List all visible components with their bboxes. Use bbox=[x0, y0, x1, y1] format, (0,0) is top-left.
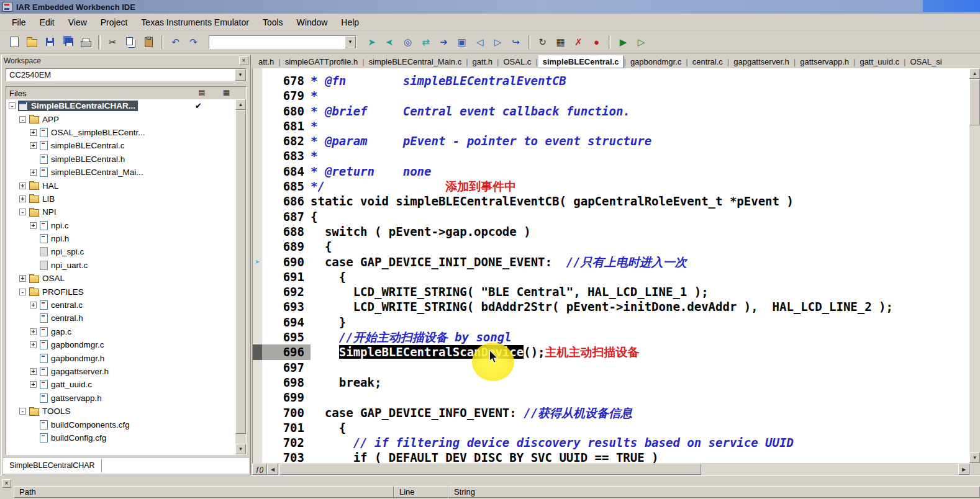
expander-icon[interactable]: + bbox=[19, 196, 26, 202]
expander-icon[interactable]: + bbox=[30, 328, 37, 335]
code-editor[interactable]: 678* @fn simpleBLECentralEventCB679*680*… bbox=[252, 68, 969, 463]
file-tree[interactable]: -SimpleBLECentralCHAR...✔-APP+OSAL_simpl… bbox=[6, 99, 235, 454]
menu-texas-instruments-emulator[interactable]: Texas Instruments Emulator bbox=[134, 15, 256, 30]
editor-tab-osal-si[interactable]: OSAL_si bbox=[906, 56, 945, 68]
print-button[interactable] bbox=[78, 34, 94, 50]
tree-scroll-up-icon[interactable]: ▲ bbox=[235, 99, 246, 110]
debug-without-downloading-button[interactable]: ▷ bbox=[633, 34, 650, 50]
tree-item[interactable]: -SimpleBLECentralCHAR...✔ bbox=[6, 99, 235, 112]
tree-item[interactable]: +gap.c bbox=[6, 325, 235, 338]
goto-line-button[interactable]: ➔ bbox=[435, 34, 452, 50]
workspace-tab-simpleblecentralchar[interactable]: SimpleBLECentralCHAR bbox=[3, 459, 102, 472]
next-bookmark-button[interactable]: ▷ bbox=[489, 34, 506, 50]
files-options-icon[interactable]: ▦ bbox=[223, 88, 230, 97]
find-next-button[interactable]: ➤ bbox=[363, 34, 380, 50]
editor-hscrollbar[interactable]: ƒ() ◀ ▶ bbox=[252, 463, 969, 475]
function-list-button[interactable]: ƒ() bbox=[252, 464, 267, 475]
tree-scrollbar[interactable]: ▲ ▼ bbox=[235, 99, 246, 454]
expander-icon[interactable]: - bbox=[9, 102, 16, 109]
paste-button[interactable] bbox=[140, 34, 157, 50]
expander-icon[interactable]: + bbox=[30, 341, 37, 348]
tree-item[interactable]: +npi.c bbox=[6, 219, 235, 232]
tree-item[interactable]: +LIB bbox=[6, 192, 235, 205]
editor-tab-att-h[interactable]: att.h bbox=[255, 56, 278, 68]
menu-window[interactable]: Window bbox=[290, 15, 335, 30]
editor-scroll-thumb[interactable] bbox=[969, 79, 980, 125]
find-combobox[interactable]: ▼ bbox=[209, 35, 356, 49]
tree-item[interactable]: -APP bbox=[6, 112, 235, 125]
make-button[interactable]: ▦ bbox=[552, 34, 569, 50]
tree-item[interactable]: buildComponents.cfg bbox=[6, 418, 235, 431]
copy-button[interactable] bbox=[122, 34, 139, 50]
find-in-files-button[interactable]: ◎ bbox=[399, 34, 416, 50]
editor-tab-simpleblecentral-c[interactable]: simpleBLECentral.c bbox=[538, 55, 624, 68]
editor-tab-gapgattserver-h[interactable]: gapgattserver.h bbox=[730, 56, 793, 68]
find-input[interactable] bbox=[209, 36, 345, 48]
tree-item[interactable]: buildConfig.cfg bbox=[6, 431, 235, 444]
column-header-line[interactable]: Line bbox=[394, 486, 448, 498]
cut-button[interactable]: ✂ bbox=[104, 34, 121, 50]
expander-icon[interactable]: + bbox=[30, 129, 37, 136]
tree-item[interactable]: +OSAL_simpleBLECentr... bbox=[6, 126, 235, 139]
expander-icon[interactable]: - bbox=[19, 408, 26, 415]
expander-icon[interactable]: + bbox=[19, 275, 26, 282]
workspace-close-icon[interactable]: × bbox=[239, 56, 248, 65]
tree-item[interactable]: gattservapp.h bbox=[6, 392, 235, 405]
editor-tab-simpleblecentral-main-c[interactable]: simpleBLECentral_Main.c bbox=[365, 56, 466, 68]
menu-file[interactable]: File bbox=[5, 15, 33, 30]
expander-icon[interactable]: - bbox=[19, 116, 26, 123]
editor-scroll-left-icon[interactable]: ◀ bbox=[267, 464, 278, 475]
menu-edit[interactable]: Edit bbox=[33, 15, 61, 30]
expander-icon[interactable]: + bbox=[19, 182, 26, 189]
editor-hscroll-thumb[interactable] bbox=[279, 464, 701, 475]
editor-hscroll-track[interactable] bbox=[278, 464, 958, 475]
menu-help[interactable]: Help bbox=[334, 15, 366, 30]
find-previous-button[interactable]: ➤ bbox=[381, 34, 398, 50]
column-header-path[interactable]: Path bbox=[14, 486, 394, 498]
navigate-forward-button[interactable]: ↪ bbox=[507, 34, 524, 50]
expander-icon[interactable]: + bbox=[30, 222, 37, 229]
compile-button[interactable]: ↻ bbox=[534, 34, 551, 50]
tree-item[interactable]: npi.h bbox=[6, 232, 235, 245]
target-combobox-arrow-icon[interactable]: ▼ bbox=[235, 69, 246, 81]
expander-icon[interactable]: + bbox=[30, 169, 37, 176]
editor-tab-gapbondmgr-c[interactable]: gapbondmgr.c bbox=[627, 56, 685, 68]
expander-icon[interactable]: + bbox=[30, 381, 37, 388]
toggle-breakpoint-button[interactable]: ● bbox=[588, 34, 605, 50]
download-and-debug-button[interactable]: ▶ bbox=[615, 34, 632, 50]
tree-item[interactable]: -TOOLS bbox=[6, 405, 235, 418]
find-combobox-arrow-icon[interactable]: ▼ bbox=[345, 36, 356, 48]
tree-item[interactable]: +HAL bbox=[6, 179, 235, 192]
editor-tab-osal-c[interactable]: OSAL.c bbox=[499, 56, 535, 68]
tree-item[interactable]: +central.c bbox=[6, 299, 235, 312]
editor-vscrollbar[interactable]: ▲ ▼ bbox=[969, 68, 980, 463]
editor-tab-gatt-uuid-c[interactable]: gatt_uuid.c bbox=[856, 56, 903, 68]
expander-icon[interactable]: - bbox=[19, 289, 26, 295]
tree-item[interactable]: +simpleBLECentral.c bbox=[6, 139, 235, 152]
tree-item[interactable]: +gapgattserver.h bbox=[6, 365, 235, 378]
editor-tab-gatt-h[interactable]: gatt.h bbox=[469, 56, 497, 68]
tree-scroll-down-icon[interactable]: ▼ bbox=[235, 444, 246, 454]
expander-icon[interactable]: + bbox=[30, 368, 37, 375]
open-file-button[interactable] bbox=[24, 34, 40, 50]
editor-tab-central-c[interactable]: central.c bbox=[689, 56, 727, 68]
redo-button[interactable]: ↷ bbox=[185, 34, 202, 50]
tree-item[interactable]: -NPI bbox=[6, 205, 235, 218]
tree-scroll-thumb[interactable] bbox=[235, 110, 246, 434]
editor-scroll-up-icon[interactable]: ▲ bbox=[969, 68, 980, 79]
tree-item[interactable]: +simpleBLECentral_Mai... bbox=[6, 166, 235, 179]
tree-item[interactable]: +gapbondmgr.c bbox=[6, 338, 235, 351]
expander-icon[interactable]: + bbox=[30, 142, 37, 149]
menu-view[interactable]: View bbox=[61, 15, 94, 30]
tree-item[interactable]: -PROFILES bbox=[6, 285, 235, 298]
tree-item[interactable]: npi_spi.c bbox=[6, 245, 235, 258]
results-close-icon[interactable]: × bbox=[2, 479, 11, 488]
column-header-string[interactable]: String bbox=[448, 486, 980, 498]
editor-tab-simplegattprofile-h[interactable]: simpleGATTprofile.h bbox=[281, 56, 362, 68]
expander-icon[interactable]: - bbox=[19, 209, 26, 215]
stop-build-button[interactable]: ✗ bbox=[570, 34, 587, 50]
previous-bookmark-button[interactable]: ◁ bbox=[471, 34, 488, 50]
tree-item[interactable]: +OSAL bbox=[6, 272, 235, 285]
expander-icon[interactable]: + bbox=[30, 302, 37, 308]
menu-tools[interactable]: Tools bbox=[256, 15, 290, 30]
